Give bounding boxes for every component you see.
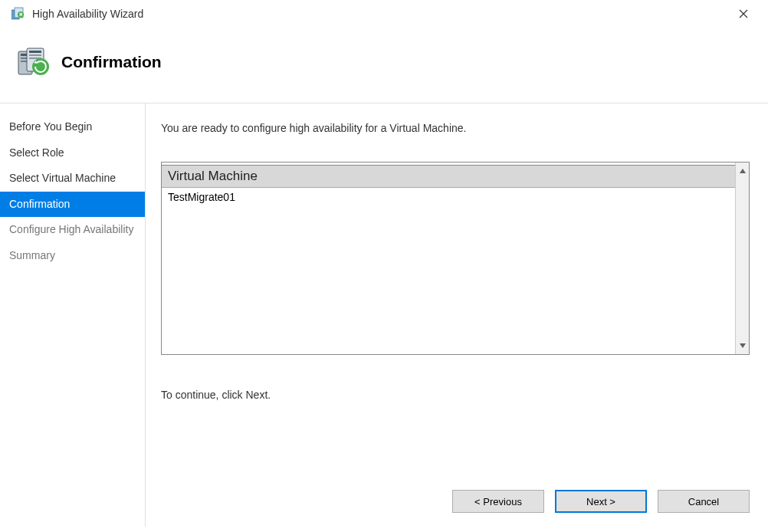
svg-rect-9	[29, 54, 41, 56]
intro-text: You are ready to configure high availabi…	[161, 122, 750, 134]
continue-hint: To continue, click Next.	[161, 389, 750, 401]
step-configure-high-availability: Configure High Availability	[0, 217, 145, 243]
cancel-button[interactable]: Cancel	[658, 490, 750, 513]
previous-button[interactable]: < Previous	[452, 490, 544, 513]
scroll-down-icon[interactable]	[740, 340, 746, 352]
vm-table-row[interactable]: TestMigrate01	[162, 188, 735, 206]
titlebar: High Availability Wizard	[0, 0, 768, 29]
step-summary: Summary	[0, 243, 145, 269]
vm-table-header: Virtual Machine	[162, 166, 735, 188]
svg-rect-8	[29, 51, 41, 53]
scroll-up-icon[interactable]	[740, 165, 746, 177]
close-button[interactable]	[728, 3, 759, 25]
step-before-you-begin[interactable]: Before You Begin	[0, 114, 145, 140]
vm-table-scrollbar[interactable]	[735, 163, 749, 354]
window-title: High Availability Wizard	[32, 8, 143, 20]
page-title: Confirmation	[61, 53, 162, 71]
wizard-buttons: < Previous Next > Cancel	[161, 459, 750, 513]
wizard-steps-sidebar: Before You Begin Select Role Select Virt…	[0, 103, 146, 527]
confirmation-icon	[15, 43, 54, 81]
wizard-icon	[11, 6, 26, 21]
content-pane: You are ready to configure high availabi…	[146, 103, 768, 527]
step-select-virtual-machine[interactable]: Select Virtual Machine	[0, 166, 145, 192]
next-button[interactable]: Next >	[555, 490, 647, 513]
wizard-header: Confirmation	[0, 29, 768, 103]
step-confirmation[interactable]: Confirmation	[0, 192, 145, 218]
step-select-role[interactable]: Select Role	[0, 140, 145, 166]
vm-table: Virtual Machine TestMigrate01	[161, 162, 750, 355]
